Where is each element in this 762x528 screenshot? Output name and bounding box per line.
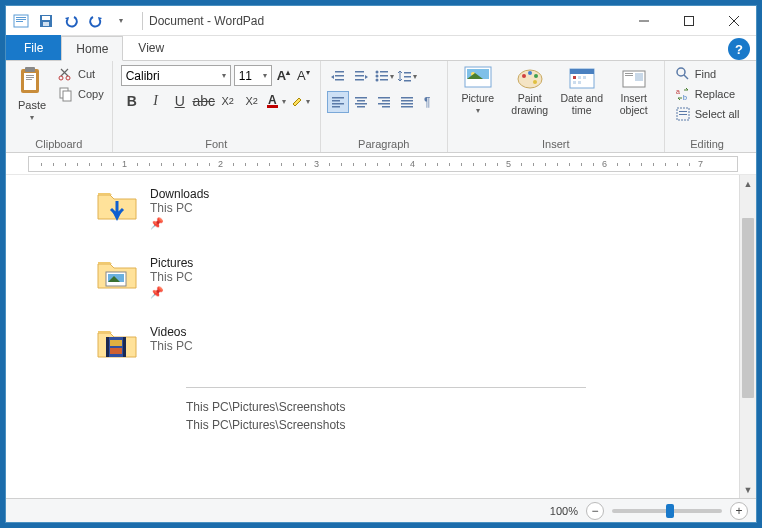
svg-text:a: a (676, 88, 680, 95)
svg-rect-40 (332, 103, 344, 105)
svg-line-75 (684, 75, 688, 79)
folder-item: DownloadsThis PC📌 (96, 187, 719, 230)
font-color-button[interactable]: A▾ (265, 90, 287, 112)
svg-rect-52 (401, 103, 413, 105)
bullets-icon[interactable]: ▾ (373, 65, 395, 87)
svg-rect-71 (625, 73, 633, 74)
svg-rect-3 (16, 21, 23, 22)
zoom-out-button[interactable]: − (586, 502, 604, 520)
highlight-button[interactable]: ▾ (289, 90, 311, 112)
subscript-button[interactable]: X2 (217, 90, 239, 112)
app-window: ▾ Document - WordPad File Home View ? Pa… (5, 5, 757, 523)
increase-indent-icon[interactable] (350, 65, 372, 87)
document-content[interactable]: DownloadsThis PC📌PicturesThis PC📌VideosT… (6, 175, 739, 498)
find-button[interactable]: Find (671, 65, 744, 83)
svg-rect-27 (355, 75, 364, 77)
minimize-button[interactable] (621, 6, 666, 36)
ruler[interactable]: 1234567 (6, 153, 756, 175)
folder-icon (96, 325, 138, 361)
italic-button[interactable]: I (145, 90, 167, 112)
svg-point-62 (533, 80, 537, 84)
strikethrough-button[interactable]: abc (193, 90, 215, 112)
maximize-button[interactable] (666, 6, 711, 36)
svg-rect-67 (583, 76, 586, 79)
qat-dropdown-icon[interactable]: ▾ (110, 10, 132, 32)
close-button[interactable] (711, 6, 756, 36)
insert-group: Picture▾ Paint drawing Date and time Ins… (448, 61, 665, 152)
svg-rect-49 (382, 106, 390, 108)
save-icon[interactable] (35, 10, 57, 32)
insert-object-button[interactable]: Insert object (608, 65, 660, 116)
bold-button[interactable]: B (121, 90, 143, 112)
app-icon (10, 10, 32, 32)
date-time-button[interactable]: Date and time (556, 65, 608, 116)
zoom-in-button[interactable]: + (730, 502, 748, 520)
file-tab[interactable]: File (6, 35, 61, 60)
svg-rect-1 (16, 17, 26, 18)
quick-access-toolbar: ▾ (6, 10, 136, 32)
font-size-combo[interactable]: 11▾ (234, 65, 272, 86)
svg-rect-36 (404, 76, 411, 78)
window-title: Document - WordPad (149, 14, 264, 28)
svg-rect-48 (378, 103, 390, 105)
svg-rect-46 (378, 97, 390, 99)
undo-icon[interactable] (60, 10, 82, 32)
font-name-combo[interactable]: Calibri▾ (121, 65, 231, 86)
align-center-icon[interactable] (350, 91, 372, 113)
grow-font-icon[interactable]: A▴ (275, 68, 292, 83)
justify-icon[interactable] (396, 91, 418, 113)
redo-icon[interactable] (85, 10, 107, 32)
vertical-scrollbar[interactable]: ▲ ▼ (739, 175, 756, 498)
cut-button[interactable]: Cut (54, 65, 108, 83)
clipboard-group: Paste ▾ Cut Copy Clipboard (6, 61, 113, 152)
shrink-font-icon[interactable]: A▾ (295, 68, 312, 83)
superscript-button[interactable]: X2 (241, 90, 263, 112)
svg-rect-85 (123, 337, 126, 357)
help-icon[interactable]: ? (728, 38, 750, 60)
folder-text: PicturesThis PC📌 (150, 256, 193, 299)
zoom-value: 100% (550, 505, 578, 517)
paste-label: Paste (18, 99, 46, 111)
titlebar: ▾ Document - WordPad (6, 6, 756, 36)
picture-button[interactable]: Picture▾ (452, 65, 504, 116)
underline-button[interactable]: U (169, 90, 191, 112)
decrease-indent-icon[interactable] (327, 65, 349, 87)
insert-label: Insert (452, 136, 660, 152)
replace-button[interactable]: ab Replace (671, 85, 744, 103)
scroll-thumb[interactable] (742, 218, 754, 398)
align-left-icon[interactable] (327, 91, 349, 113)
folder-item: PicturesThis PC📌 (96, 256, 719, 299)
zoom-slider-thumb[interactable] (666, 504, 674, 518)
ruler-tick: 4 (410, 159, 415, 169)
select-all-button[interactable]: Select all (671, 105, 744, 123)
svg-rect-33 (380, 75, 388, 77)
folder-icon (96, 187, 138, 223)
paragraph-dialog-icon[interactable]: ¶ (419, 91, 441, 113)
cut-label: Cut (78, 68, 95, 80)
svg-point-30 (375, 75, 378, 78)
ruler-tick: 2 (218, 159, 223, 169)
zoom-slider[interactable] (612, 509, 722, 513)
align-right-icon[interactable] (373, 91, 395, 113)
svg-rect-66 (578, 76, 581, 79)
ruler-tick: 1 (122, 159, 127, 169)
picture-icon (463, 65, 493, 91)
folder-name: Downloads (150, 187, 209, 201)
copy-label: Copy (78, 88, 104, 100)
svg-rect-26 (355, 71, 364, 73)
svg-rect-12 (25, 67, 35, 72)
line-spacing-icon[interactable]: ▾ (396, 65, 418, 87)
svg-rect-73 (635, 73, 643, 81)
path-text: This PC\Pictures\Screenshots (186, 418, 719, 432)
home-tab[interactable]: Home (61, 36, 123, 61)
scroll-down-icon[interactable]: ▼ (740, 481, 756, 498)
view-tab[interactable]: View (123, 35, 179, 60)
paste-button[interactable]: Paste ▾ (10, 63, 54, 122)
scroll-up-icon[interactable]: ▲ (740, 175, 756, 192)
svg-text:b: b (683, 94, 687, 101)
paint-drawing-button[interactable]: Paint drawing (504, 65, 556, 116)
ruler-tick: 7 (698, 159, 703, 169)
folder-name: Videos (150, 325, 193, 339)
copy-button[interactable]: Copy (54, 85, 108, 103)
ruler-tick: 6 (602, 159, 607, 169)
